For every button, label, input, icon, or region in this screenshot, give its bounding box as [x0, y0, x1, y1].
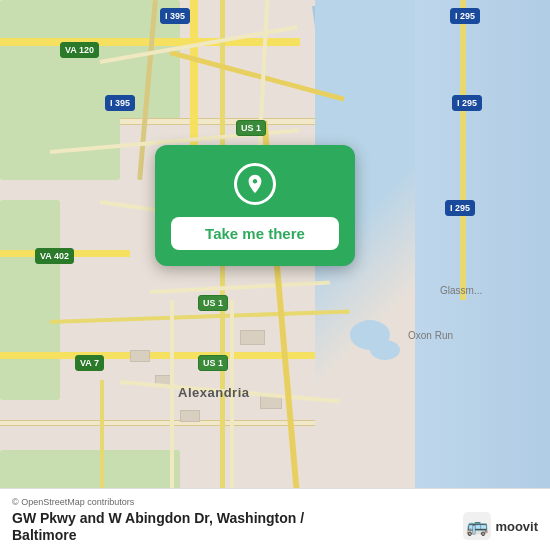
shield-us1-lower: US 1 — [198, 355, 228, 371]
green-area-w — [0, 100, 120, 180]
map-container: I 395 I 295 VA 120 I 395 I 295 US 1 I 29… — [0, 0, 550, 550]
shield-va7: VA 7 — [75, 355, 104, 371]
building-1 — [240, 330, 265, 345]
shield-va402: VA 402 — [35, 248, 74, 264]
shield-va120: VA 120 — [60, 42, 99, 58]
take-me-there-button[interactable]: Take me there — [171, 217, 339, 250]
building-2 — [130, 350, 150, 362]
water-blend — [315, 0, 415, 550]
road-us1-v — [220, 0, 225, 550]
oxon-run-label: Oxon Run — [408, 330, 453, 341]
road-us1-top — [120, 118, 340, 125]
location-pin-icon — [244, 173, 266, 195]
moovit-logo-text: moovit — [495, 519, 538, 534]
shield-us1-top: US 1 — [236, 120, 266, 136]
pin-icon — [234, 163, 276, 205]
moovit-logo-icon: 🚌 — [463, 512, 491, 540]
road-i295-v — [460, 0, 466, 300]
moovit-logo: 🚌 moovit — [463, 512, 538, 540]
shield-i295-top: I 295 — [450, 8, 480, 24]
location-name: GW Pkwy and W Abingdon Dr, Washington / … — [12, 510, 538, 544]
alexandria-label: Alexandria — [178, 385, 249, 400]
shield-i395-mid: I 395 — [105, 95, 135, 111]
attribution-text: © OpenStreetMap contributors — [12, 497, 538, 507]
shield-us1-mid: US 1 — [198, 295, 228, 311]
popup-card: Take me there — [155, 145, 355, 266]
green-area-sw — [0, 200, 60, 400]
bottom-bar: © OpenStreetMap contributors GW Pkwy and… — [0, 488, 550, 550]
shield-i395-top: I 395 — [160, 8, 190, 24]
water-feature-2 — [370, 340, 400, 360]
building-5 — [180, 410, 200, 422]
glassmanor-label: Glassm... — [440, 285, 482, 296]
shield-i295-mid: I 295 — [452, 95, 482, 111]
shield-i295-lower: I 295 — [445, 200, 475, 216]
